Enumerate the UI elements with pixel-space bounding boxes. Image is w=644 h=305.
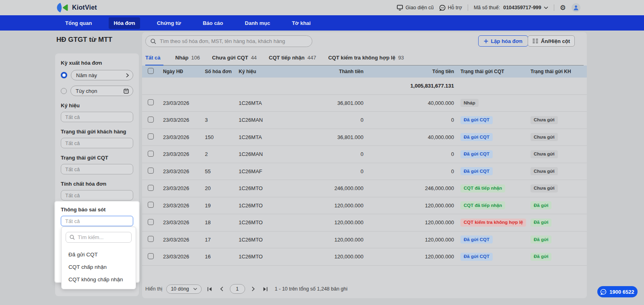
status-tab[interactable]: Nháp 106 bbox=[175, 55, 200, 65]
row-checkbox[interactable] bbox=[148, 253, 154, 259]
table-row[interactable]: 23/03/2026 2 1C26MAN 0 0 Đã gửi CQT Chưa… bbox=[142, 146, 587, 163]
period-radio-this-year[interactable] bbox=[61, 72, 67, 78]
row-checkbox[interactable] bbox=[148, 236, 154, 242]
row-checkbox[interactable] bbox=[148, 151, 154, 157]
cell-kh-status: Đã gửi bbox=[530, 235, 587, 244]
cell-kh-status: Chưa gửi bbox=[530, 150, 587, 158]
dropdown-option[interactable]: CQT không chấp nhận bbox=[66, 273, 132, 286]
nav-tab-tổng-quan[interactable]: Tổng quan bbox=[60, 17, 97, 29]
period-custom-button[interactable]: Tùy chọn bbox=[70, 86, 133, 96]
column-header[interactable]: Ngày HĐ bbox=[163, 69, 205, 74]
cell-invoice-date: 23/03/2026 bbox=[163, 134, 205, 140]
status-tab[interactable]: CQT kiểm tra không hợp lệ 93 bbox=[328, 55, 404, 65]
table-row[interactable]: 23/03/2026 20 1C26MTO 246,000.000 246,00… bbox=[142, 180, 587, 197]
row-checkbox[interactable] bbox=[148, 219, 154, 225]
invoice-search-input[interactable] bbox=[160, 38, 307, 44]
period-this-year-button[interactable]: Năm này bbox=[71, 70, 133, 80]
sidebar-filter: Trạng thái gửi CQT bbox=[61, 155, 133, 174]
column-header[interactable]: Ký hiệu bbox=[239, 69, 303, 74]
cell-cqt-status: CQT đã tiếp nhận bbox=[454, 184, 530, 192]
sidebar-filter: Ký hiệu bbox=[61, 102, 133, 122]
cell-total: 40,000.000 bbox=[363, 134, 454, 140]
dropdown-search[interactable] bbox=[66, 232, 132, 243]
cell-cqt-status: Đã gửi CQT bbox=[454, 133, 530, 141]
nav-tab-hóa-đơn[interactable]: Hóa đơn bbox=[109, 17, 140, 29]
toggle-columns-button[interactable]: Ẩn/Hiện cột bbox=[528, 35, 575, 47]
error-notice-select-input[interactable] bbox=[61, 216, 133, 226]
first-page-button[interactable] bbox=[206, 285, 214, 293]
cell-amount: 246,000.000 bbox=[303, 185, 363, 191]
row-checkbox[interactable] bbox=[148, 185, 154, 191]
status-tab[interactable]: Chưa gửi CQT 44 bbox=[212, 55, 257, 65]
columns-icon bbox=[533, 39, 538, 43]
page-number-input[interactable] bbox=[230, 284, 245, 294]
cell-amount: 120,000.000 bbox=[303, 203, 363, 209]
status-tab[interactable]: CQT tiếp nhận 447 bbox=[269, 55, 316, 65]
cell-cqt-status: Đã gửi CQT bbox=[454, 116, 530, 124]
help-link[interactable]: Hỗ trợ bbox=[440, 5, 462, 11]
cell-invoice-number: 16 bbox=[205, 254, 239, 260]
table-row[interactable]: 23/03/2026 3 1C26MAN 0 0 Đã gửi CQT Chưa… bbox=[142, 112, 587, 129]
column-header[interactable]: Trạng thái gửi CQT bbox=[454, 69, 530, 74]
divider bbox=[468, 4, 468, 11]
prev-page-button[interactable] bbox=[218, 285, 226, 293]
table-row[interactable]: 23/03/2026 150 1C26MTA 36,801.000 40,000… bbox=[142, 129, 587, 146]
cell-amount: 120,000.000 bbox=[303, 219, 363, 225]
last-page-button[interactable] bbox=[261, 285, 269, 293]
column-header[interactable]: Trạng thái gửi KH bbox=[530, 69, 587, 74]
create-invoice-button[interactable]: Lập hóa đơn bbox=[478, 35, 528, 47]
table-row[interactable]: 23/03/2026 17 1C26MTO 120,000.000 120,00… bbox=[142, 231, 587, 249]
row-checkbox[interactable] bbox=[148, 99, 154, 105]
nav-tab-báo-cáo[interactable]: Báo cáo bbox=[198, 17, 228, 29]
column-header[interactable]: Thành tiền bbox=[303, 69, 363, 74]
cell-invoice-symbol: 1C26MTO bbox=[239, 237, 303, 243]
filter-label: Tính chất hóa đơn bbox=[61, 181, 133, 187]
tax-code-selector[interactable]: Mã số thuế: 0104359717-999 bbox=[474, 5, 548, 10]
cell-total: 40,000.000 bbox=[363, 100, 454, 106]
table-row[interactable]: 23/03/2026 55 1C26MAF 0 0 Đã gửi CQT Chư… bbox=[142, 163, 587, 180]
nav-tab-tờ-khai[interactable]: Tờ khai bbox=[287, 17, 316, 29]
row-checkbox[interactable] bbox=[148, 168, 154, 174]
table-row[interactable]: 23/03/2026 16 1C26MTO 120,000.000 120,00… bbox=[142, 248, 587, 266]
sidebar-filter: Trạng thái gửi khách hàng bbox=[61, 129, 133, 148]
column-header[interactable]: Số hóa đơn bbox=[205, 69, 239, 74]
old-ui-link[interactable]: Giao diện cũ bbox=[397, 5, 433, 10]
cell-invoice-date: 23/03/2026 bbox=[163, 254, 205, 260]
support-hotline-button[interactable]: 1900 6522 bbox=[597, 286, 638, 297]
nav-tab-chứng-từ[interactable]: Chứng từ bbox=[152, 17, 186, 29]
top-bar: KiotViet Giao diện cũ Hỗ trợ Mã số thuế:… bbox=[0, 0, 644, 15]
kh-status-badge: Chưa gửi bbox=[530, 150, 558, 158]
row-checkbox[interactable] bbox=[148, 202, 154, 208]
column-header[interactable]: Tổng tiền bbox=[363, 69, 454, 74]
cell-amount: 120,000.000 bbox=[303, 254, 363, 260]
page-size-select[interactable]: 10 dòng bbox=[166, 285, 201, 294]
filter-select-input[interactable] bbox=[61, 138, 133, 148]
table-row[interactable]: 23/03/2026 1C26MTA 36,801.000 40,000.000… bbox=[142, 95, 587, 112]
dropdown-option[interactable]: CQT chấp nhận bbox=[66, 261, 132, 273]
nav-tab-danh-mục[interactable]: Danh mục bbox=[240, 17, 275, 29]
cell-cqt-status: Đã gửi CQT bbox=[454, 235, 530, 244]
filter-select-input[interactable] bbox=[61, 190, 133, 201]
filter-select-input[interactable] bbox=[61, 164, 133, 174]
table-row[interactable]: 23/03/2026 19 1C26MTO 120,000.000 120,00… bbox=[142, 197, 587, 215]
cqt-status-badge: CQT kiểm tra không hợp lệ bbox=[460, 219, 526, 227]
dropdown-search-input[interactable] bbox=[78, 234, 128, 240]
table-row[interactable]: 23/03/2026 18 1C26MTO 120,000.000 120,00… bbox=[142, 214, 587, 231]
invoice-search[interactable] bbox=[145, 35, 312, 47]
select-all-checkbox[interactable] bbox=[148, 68, 154, 74]
summary-row: 1,005,831,677.131 bbox=[142, 78, 587, 95]
cell-invoice-symbol: 1C26MTA bbox=[239, 100, 303, 106]
next-page-button[interactable] bbox=[249, 285, 257, 293]
row-checkbox[interactable] bbox=[148, 133, 154, 139]
settings-gear-icon[interactable]: ⚙ bbox=[560, 4, 566, 11]
cqt-status-badge: CQT đã tiếp nhận bbox=[460, 201, 505, 209]
cqt-status-badge: Nháp bbox=[460, 99, 479, 107]
cell-kh-status: Chưa gửi bbox=[530, 184, 587, 192]
row-checkbox[interactable] bbox=[148, 117, 154, 123]
period-radio-custom[interactable] bbox=[61, 88, 67, 94]
status-tab-label: Chưa gửi CQT bbox=[212, 55, 248, 61]
status-tab[interactable]: Tất cả bbox=[145, 55, 163, 65]
filter-select-input[interactable] bbox=[61, 112, 133, 122]
dropdown-option[interactable]: Đã gửi CQT bbox=[66, 248, 132, 261]
user-avatar[interactable] bbox=[572, 3, 580, 12]
